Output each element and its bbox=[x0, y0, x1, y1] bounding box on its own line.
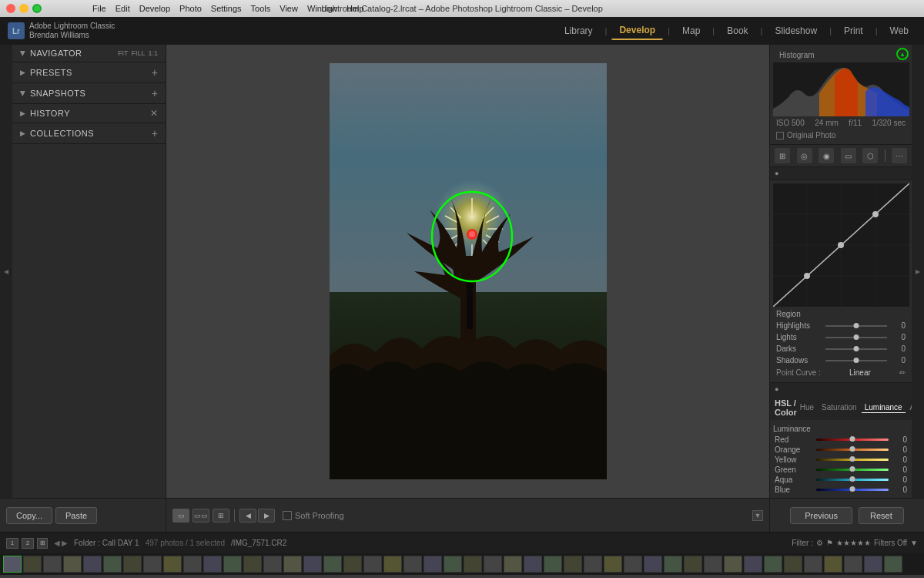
filmstrip-thumb[interactable] bbox=[123, 556, 142, 573]
window-controls[interactable] bbox=[6, 4, 42, 13]
filmstrip-thumb[interactable] bbox=[283, 556, 302, 573]
1to1-label[interactable]: 1:1 bbox=[148, 49, 158, 57]
filmstrip-thumb[interactable] bbox=[564, 556, 582, 573]
collections-add-button[interactable]: + bbox=[152, 127, 158, 139]
menu-file[interactable]: File bbox=[92, 4, 106, 13]
filmstrip-thumb[interactable] bbox=[183, 556, 202, 573]
filmstrip-thumb[interactable] bbox=[383, 556, 402, 573]
menu-view[interactable]: View bbox=[280, 4, 298, 13]
filmstrip-thumb[interactable] bbox=[844, 556, 862, 573]
presets-add-button[interactable]: + bbox=[152, 66, 158, 79]
filmstrip-thumb[interactable] bbox=[744, 556, 762, 573]
filter-flag-button[interactable]: ⚑ bbox=[826, 539, 833, 547]
darks-slider[interactable] bbox=[825, 348, 887, 350]
filmstrip-next-arrow[interactable]: ▶ bbox=[62, 539, 68, 547]
close-button[interactable] bbox=[6, 4, 15, 13]
right-panel-edge[interactable]: ▶ bbox=[912, 45, 924, 498]
filmstrip-thumb[interactable] bbox=[884, 556, 902, 573]
filmstrip-thumb[interactable] bbox=[444, 556, 462, 573]
filmstrip-thumb[interactable] bbox=[644, 556, 662, 573]
history-header[interactable]: ▶ History ✕ bbox=[12, 104, 166, 123]
menu-settings[interactable]: Settings bbox=[211, 4, 242, 13]
filmstrip-thumb[interactable] bbox=[684, 556, 702, 573]
left-panel-edge[interactable]: ◀ bbox=[0, 45, 12, 498]
settings-tool[interactable]: ⋯ bbox=[892, 148, 907, 163]
aqua-slider[interactable] bbox=[816, 479, 889, 481]
photo-view[interactable] bbox=[166, 45, 769, 498]
history-close-button[interactable]: ✕ bbox=[150, 108, 158, 119]
filmstrip-thumb[interactable] bbox=[624, 556, 642, 573]
fit-label[interactable]: FIT bbox=[118, 49, 129, 57]
filmstrip-thumb[interactable] bbox=[303, 556, 322, 573]
collections-header[interactable]: ▶ Collections + bbox=[12, 123, 166, 143]
minimize-button[interactable] bbox=[19, 4, 28, 13]
paste-button[interactable]: Paste bbox=[55, 507, 97, 524]
filmstrip-thumb[interactable] bbox=[83, 556, 102, 573]
filmstrip-thumb[interactable] bbox=[43, 556, 62, 573]
num-1-button[interactable]: 1 bbox=[6, 538, 18, 549]
compare-view-button[interactable]: ▭▭ bbox=[192, 509, 209, 523]
filmstrip-thumb[interactable] bbox=[824, 556, 842, 573]
previous-button[interactable]: Previous bbox=[790, 507, 852, 524]
filmstrip-thumb[interactable] bbox=[724, 556, 742, 573]
tone-curve-header[interactable]: ● bbox=[770, 167, 912, 180]
filmstrip-thumb[interactable] bbox=[263, 556, 282, 573]
orange-slider[interactable] bbox=[816, 449, 889, 451]
filmstrip-thumb[interactable] bbox=[864, 556, 882, 573]
filmstrip-thumb[interactable] bbox=[484, 556, 502, 573]
filmstrip-thumb[interactable] bbox=[243, 556, 262, 573]
next-photo-button[interactable]: ▶ bbox=[258, 509, 275, 523]
menu-photo[interactable]: Photo bbox=[179, 4, 202, 13]
nav-library[interactable]: Library bbox=[557, 22, 601, 39]
snapshots-header[interactable]: ▶ Snapshots + bbox=[12, 83, 166, 103]
nav-develop[interactable]: Develop bbox=[611, 22, 663, 40]
filmstrip-thumb[interactable] bbox=[143, 556, 162, 573]
thumbnail-selected[interactable] bbox=[3, 556, 22, 573]
radial-filter-tool[interactable]: ⬡ bbox=[862, 148, 878, 163]
red-slider[interactable] bbox=[816, 439, 889, 441]
filmstrip-thumb[interactable] bbox=[464, 556, 482, 573]
right-collapse-arrow[interactable]: ▶ bbox=[916, 268, 920, 275]
filmstrip-thumb[interactable] bbox=[704, 556, 722, 573]
nav-map[interactable]: Map bbox=[675, 22, 708, 39]
filmstrip-thumb[interactable] bbox=[504, 556, 522, 573]
filmstrip-thumb[interactable] bbox=[403, 556, 422, 573]
prev-photo-button[interactable]: ◀ bbox=[239, 509, 256, 523]
nav-web[interactable]: Web bbox=[882, 22, 916, 39]
filmstrip-thumb[interactable] bbox=[23, 556, 42, 573]
yellow-slider[interactable] bbox=[816, 459, 889, 461]
filmstrip-thumb[interactable] bbox=[764, 556, 782, 573]
filmstrip-thumb[interactable] bbox=[323, 556, 342, 573]
fill-label[interactable]: FILL bbox=[131, 49, 145, 57]
menu-tools[interactable]: Tools bbox=[251, 4, 271, 13]
survey-view-button[interactable]: ⊞ bbox=[213, 509, 229, 523]
histogram-expand-button[interactable]: ▲ bbox=[896, 48, 909, 60]
single-view-button[interactable]: ▭ bbox=[172, 509, 189, 523]
shadows-slider[interactable] bbox=[825, 360, 887, 361]
nav-slideshow[interactable]: Slideshow bbox=[767, 22, 825, 39]
filmstrip-thumb[interactable] bbox=[784, 556, 802, 573]
filmstrip-thumb[interactable] bbox=[424, 556, 442, 573]
hsl-tab-hue[interactable]: Hue bbox=[797, 402, 817, 413]
filmstrip-thumb[interactable] bbox=[544, 556, 562, 573]
navigator-header[interactable]: ▶ Navigator FIT FILL 1:1 bbox=[12, 45, 166, 62]
redeye-tool[interactable]: ◉ bbox=[819, 148, 834, 163]
toolbar-options-button[interactable]: ▼ bbox=[752, 510, 763, 521]
hsl-tab-saturation[interactable]: Saturation bbox=[819, 402, 860, 413]
filmstrip-thumb[interactable] bbox=[524, 556, 542, 573]
reset-button[interactable]: Reset bbox=[859, 507, 904, 524]
graduated-filter-tool[interactable]: ▭ bbox=[841, 148, 856, 163]
lights-slider[interactable] bbox=[825, 337, 887, 338]
filmstrip-prev-arrow[interactable]: ◀ bbox=[54, 539, 60, 547]
num-2-button[interactable]: 2 bbox=[22, 538, 34, 549]
filmstrip-thumb[interactable] bbox=[223, 556, 242, 573]
filmstrip-thumb[interactable] bbox=[103, 556, 122, 573]
presets-header[interactable]: ▶ Presets + bbox=[12, 62, 166, 82]
nav-print[interactable]: Print bbox=[836, 22, 871, 39]
menu-edit[interactable]: Edit bbox=[116, 4, 130, 13]
filmstrip-thumb[interactable] bbox=[584, 556, 602, 573]
filmstrip-thumb[interactable] bbox=[363, 556, 382, 573]
filmstrip-thumb[interactable] bbox=[604, 556, 622, 573]
filmstrip-thumb[interactable] bbox=[343, 556, 362, 573]
menu-develop[interactable]: Develop bbox=[139, 4, 170, 13]
